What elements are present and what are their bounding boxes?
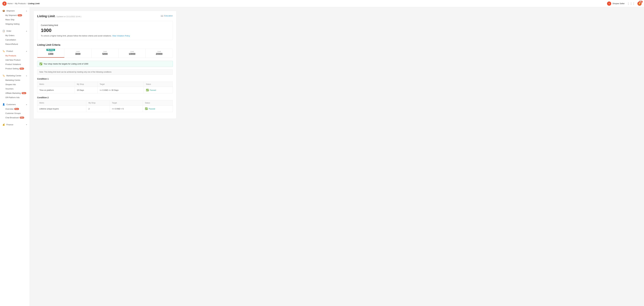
cond-1-row-0-metric: Time on platform (37, 87, 75, 93)
notification-button[interactable]: 🔔 99+ (638, 2, 642, 6)
seller-name-label: Shopee Seller (612, 3, 624, 5)
sidebar-section-header-shipment[interactable]: 📦 Shipment ▲ (0, 8, 30, 13)
section-label-customers: Customers (6, 103, 16, 106)
view-violation-link[interactable]: View Violation Policy (112, 35, 130, 37)
condition-table-2: MetricMy ShopTargetStatusLifetime unique… (37, 100, 173, 112)
sidebar-section-finance: 💰 Finance ▼ (0, 121, 30, 128)
sidebar-item-affiliate-marketing[interactable]: Affiliate MarketingNew (0, 91, 30, 95)
sidebar-item-label-cancellation: Cancellation (5, 39, 16, 41)
passed-icon: ✅ (145, 107, 148, 110)
condition-1-col-3: Status (144, 82, 173, 87)
section-icon-product: 🏷️ (2, 50, 5, 52)
condition-2-col-2: Target (110, 100, 143, 106)
sidebar-item-label-off-platform-ads: Off-Platform Ads (5, 96, 20, 99)
chevron-order: ▲ (26, 30, 27, 32)
limit-tab-10000[interactable]: Limit10000 (118, 49, 146, 58)
sidebar-item-customer-groups[interactable]: Customer Groups (0, 111, 30, 115)
breadcrumb-products[interactable]: My Products (15, 3, 26, 5)
badge-affiliate-marketing: New (22, 92, 26, 94)
current-limit-label: Current listing limit (41, 24, 169, 27)
sidebar-section-marketing: 🏷️ Marketing Centre ▲ Marketing CentreSh… (0, 72, 30, 101)
sidebar-item-overview[interactable]: OverviewNew (0, 107, 30, 111)
condition-1-col-2: Target (98, 82, 144, 87)
conditions-container: Condition 1MetricMy ShopTargetStatusTime… (37, 78, 173, 112)
tab-value-20000: 20000 (147, 53, 172, 55)
sidebar-item-label-marketing-centre: Marketing Centre (5, 79, 20, 81)
sidebar-item-label-chat-broadcast: Chat Broadcast (5, 116, 19, 119)
breadcrumb-home[interactable]: Home (8, 3, 13, 5)
sidebar-item-chat-broadcast[interactable]: Chat BroadcastNew (0, 115, 30, 120)
section-icon-marketing: 🏷️ (2, 74, 5, 77)
education-button[interactable]: 📖 Education (161, 15, 173, 17)
seller-brand: S Shopee Seller (607, 2, 624, 6)
limit-tabs: My ShopLimit1000Limit3000Limit5000Limit1… (37, 49, 173, 58)
chevron-finance: ▼ (26, 124, 27, 125)
current-limit-note: To unlock a higher listing limit, please… (41, 35, 169, 37)
breadcrumb-sep2: > (26, 3, 28, 5)
badge-my-shipment: New (18, 14, 22, 16)
sidebar-item-marketing-centre[interactable]: Marketing Centre (0, 78, 30, 82)
status-text: Passed (149, 108, 155, 110)
sidebar-item-my-products[interactable]: My Products (0, 54, 30, 58)
tab-label-5000: Limit (93, 51, 117, 52)
sidebar-item-label-overview: Overview (5, 108, 14, 110)
section-label-shipment: Shipment (6, 10, 14, 12)
sidebar-item-cancellation[interactable]: Cancellation (0, 38, 30, 42)
tab-label-3000: Limit (66, 51, 90, 52)
my-shop-badge: My Shop (46, 49, 55, 51)
condition-table-1: MetricMy ShopTargetStatusTime on platfor… (37, 82, 173, 93)
sidebar-item-my-orders[interactable]: My Orders (0, 33, 30, 38)
book-icon: 📖 (161, 15, 163, 17)
page-title: Listing Limit (37, 15, 55, 18)
sidebar-item-off-platform-ads[interactable]: Off-Platform Ads (0, 95, 30, 100)
grid-icon[interactable]: ⋮⋮⋮ (627, 2, 635, 5)
sidebar-section-header-finance[interactable]: 💰 Finance ▼ (0, 122, 30, 127)
tab-label-20000: Limit (147, 51, 172, 52)
limit-tab-20000[interactable]: Limit20000 (146, 49, 173, 58)
sidebar-section-customers: 👤 Customers ▲ OverviewNewCustomer Groups… (0, 101, 30, 121)
sidebar-section-header-marketing[interactable]: 🏷️ Marketing Centre ▲ (0, 73, 30, 78)
limit-tab-5000[interactable]: Limit5000 (92, 49, 119, 58)
sidebar-item-label-vouchers: Vouchers (5, 88, 14, 90)
section-icon-order: 📋 (2, 30, 5, 32)
sidebar-item-product-violations[interactable]: Product Violations (0, 62, 30, 66)
sidebar-item-shopee-ads[interactable]: Shopee Ads (0, 82, 30, 87)
topnav: S Home > My Products > Listing Limit S S… (0, 0, 644, 7)
chevron-customers: ▲ (26, 104, 27, 105)
seller-logo-icon: S (607, 2, 611, 6)
sidebar-section-header-product[interactable]: 🏷️ Product ▲ (0, 49, 30, 54)
sidebar-item-shipping-setting[interactable]: Shipping Setting (0, 22, 30, 26)
sidebar: 📦 Shipment ▲ My ShipmentNewMass ShipShip… (0, 7, 30, 306)
sidebar-item-add-new-product[interactable]: Add New Product (0, 58, 30, 62)
sidebar-item-label-affiliate-marketing: Affiliate Marketing (5, 92, 21, 94)
breadcrumb-current: Listing Limit (28, 3, 40, 5)
sidebar-item-label-add-new-product: Add New Product (5, 59, 20, 61)
sidebar-section-product: 🏷️ Product ▲ My ProductsAdd New ProductP… (0, 48, 30, 72)
notification-badge: 99+ (639, 1, 643, 3)
cond-1-row-0-my-shop: 15 Days (75, 87, 98, 93)
chevron-marketing: ▲ (26, 75, 27, 76)
sidebar-item-product-setting[interactable]: Product SettingNew (0, 66, 30, 71)
limit-tab-1000[interactable]: My ShopLimit1000 (37, 49, 64, 58)
limit-tab-3000[interactable]: Limit3000 (64, 49, 92, 58)
passed-icon: ✅ (146, 89, 149, 91)
badge-chat-broadcast: New (20, 117, 24, 119)
section-label-marketing: Marketing Centre (6, 75, 21, 77)
sidebar-section-header-customers[interactable]: 👤 Customers ▲ (0, 102, 30, 107)
sidebar-item-label-shopee-ads: Shopee Ads (5, 83, 16, 86)
sidebar-item-label-my-orders: My Orders (5, 34, 14, 37)
section-icon-customers: 👤 (2, 103, 5, 106)
condition-2-col-3: Status (143, 100, 173, 106)
sidebar-item-my-shipment[interactable]: My ShipmentNew (0, 13, 30, 18)
chevron-product: ▲ (26, 50, 27, 52)
cond-2-row-0-my-shop: 2 (86, 106, 110, 112)
sidebar-item-return-refund[interactable]: Return/Refund (0, 42, 30, 46)
sidebar-item-label-shipping-setting: Shipping Setting (5, 23, 20, 25)
sidebar-section-header-order[interactable]: 📋 Order ▲ (0, 29, 30, 33)
sidebar-item-mass-ship[interactable]: Mass Ship (0, 18, 30, 22)
tab-value-5000: 5000 (93, 53, 117, 55)
table-row: Lifetime unique buyers2>= 0 AND < 5✅Pass… (37, 106, 173, 112)
sidebar-item-vouchers[interactable]: Vouchers (0, 87, 30, 91)
condition-label-2: Condition 2 (37, 96, 173, 99)
success-text: Your shop meets the targets for Listing … (44, 63, 88, 65)
